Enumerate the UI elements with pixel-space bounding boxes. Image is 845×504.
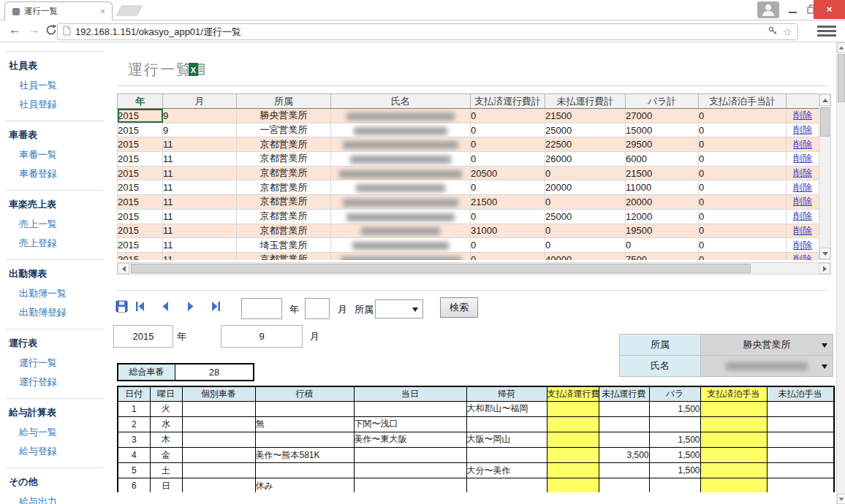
summary-vscrollbar[interactable] bbox=[819, 93, 831, 260]
scroll-left-button[interactable] bbox=[118, 263, 129, 274]
sidebar-item-売上登録[interactable]: 売上登録 bbox=[6, 234, 104, 253]
redacted-name bbox=[356, 184, 445, 192]
forward-icon[interactable]: → bbox=[28, 23, 40, 37]
summary-cell-bara-total: 15000 bbox=[626, 123, 699, 137]
scroll-down-button[interactable] bbox=[837, 494, 845, 504]
sidebar-item-給与出力[interactable]: 給与出力 bbox=[6, 492, 104, 504]
summary-cell-bara-total: 29500 bbox=[626, 137, 699, 152]
detail-header-cell: 個別車番 bbox=[182, 386, 255, 401]
detail-row: 1火大和郡山〜福岡1,500 bbox=[118, 401, 834, 416]
detail-cell: 土 bbox=[150, 463, 182, 478]
sidebar-item-出勤簿一覧[interactable]: 出勤簿一覧 bbox=[6, 284, 104, 303]
sidebar-section-title: 社員表 bbox=[6, 57, 104, 76]
sidebar-item-運行登録[interactable]: 運行登録 bbox=[6, 373, 104, 392]
filter-name-select[interactable] bbox=[701, 356, 833, 376]
page-scrollbar[interactable] bbox=[836, 42, 845, 504]
delete-link[interactable]: 削除 bbox=[793, 240, 812, 251]
sidebar-item-給与一覧[interactable]: 給与一覧 bbox=[6, 423, 104, 442]
delete-link[interactable]: 削除 bbox=[793, 182, 812, 193]
search-dept-select[interactable] bbox=[375, 299, 423, 318]
summary-cell-office: 京都営業所 bbox=[237, 180, 331, 195]
tab-close-icon[interactable]: × bbox=[98, 7, 107, 17]
detail-cell: 木 bbox=[150, 432, 182, 447]
delete-link[interactable]: 削除 bbox=[793, 253, 812, 260]
delete-link[interactable]: 削除 bbox=[793, 225, 812, 236]
window-minimize-button[interactable] bbox=[784, 0, 803, 19]
summary-cell-bara-total: 21500 bbox=[626, 166, 699, 180]
new-tab-button[interactable] bbox=[115, 5, 143, 16]
detail-cell bbox=[700, 401, 767, 416]
sidebar-item-車番一覧[interactable]: 車番一覧 bbox=[6, 145, 104, 164]
save-icon[interactable] bbox=[115, 300, 128, 313]
scroll-down-button[interactable] bbox=[819, 248, 830, 259]
dept-label: 所属 bbox=[355, 303, 374, 316]
back-icon[interactable]: ← bbox=[9, 23, 21, 37]
profile-icon[interactable] bbox=[757, 1, 779, 18]
scroll-thumb[interactable] bbox=[820, 107, 830, 137]
scroll-up-button[interactable] bbox=[819, 94, 830, 106]
url-bar[interactable]: 192.168.1.151/okasyo_app01/運行一覧 ☆ bbox=[57, 23, 798, 40]
summary-cell-lodging-total: 0 bbox=[699, 137, 787, 152]
detail-cell bbox=[547, 401, 599, 416]
chevron-down-icon bbox=[822, 364, 827, 369]
sidebar-item-社員登録[interactable]: 社員登録 bbox=[6, 95, 104, 114]
detail-cell bbox=[700, 432, 767, 447]
search-month-input[interactable] bbox=[305, 298, 330, 319]
filter-dept-select[interactable]: 勝央営業所 bbox=[701, 335, 833, 355]
year-label: 年 bbox=[289, 303, 299, 316]
detail-cell: 休み bbox=[255, 478, 354, 492]
delete-link[interactable]: 削除 bbox=[793, 139, 812, 150]
sidebar-item-出勤簿登録[interactable]: 出勤簿登録 bbox=[6, 303, 104, 322]
tab-unkou-ichiran[interactable]: 運行一覧 × bbox=[4, 1, 113, 20]
summary-hscrollbar[interactable] bbox=[117, 262, 831, 275]
scroll-up-button[interactable] bbox=[837, 42, 845, 53]
summary-cell-paid-total: 0 bbox=[471, 209, 545, 224]
sidebar-item-社員一覧[interactable]: 社員一覧 bbox=[6, 76, 104, 95]
prev-page-icon[interactable] bbox=[159, 300, 172, 313]
detail-cell: 1,500 bbox=[649, 432, 700, 447]
delete-link[interactable]: 削除 bbox=[793, 124, 812, 135]
sidebar-item-給与登録[interactable]: 給与登録 bbox=[6, 442, 104, 461]
summary-cell-unpaid-total: 21500 bbox=[545, 109, 626, 123]
detail-cell: 1,500 bbox=[649, 463, 700, 478]
sidebar-section: 車楽売上表売上一覧売上登録 bbox=[6, 190, 104, 259]
sidebar-item-運行一覧[interactable]: 運行一覧 bbox=[6, 354, 104, 373]
detail-cell: 水 bbox=[150, 416, 182, 432]
summary-cell-month: 11 bbox=[163, 224, 237, 238]
key-icon[interactable] bbox=[768, 26, 778, 38]
search-button[interactable]: 検索 bbox=[440, 297, 478, 318]
detail-cell bbox=[649, 478, 700, 492]
detail-header-cell: 曜日 bbox=[150, 386, 182, 401]
summary-cell-name bbox=[331, 109, 471, 123]
first-page-icon[interactable] bbox=[134, 300, 147, 313]
summary-cell-month: 11 bbox=[163, 137, 237, 152]
next-page-icon[interactable] bbox=[184, 300, 197, 313]
delete-link[interactable]: 削除 bbox=[793, 167, 812, 178]
summary-header-cell bbox=[787, 94, 819, 109]
search-year-input[interactable] bbox=[241, 298, 282, 319]
summary-cell-office: 京都営業所 bbox=[237, 252, 331, 260]
summary-cell-bara-total: 27000 bbox=[626, 109, 699, 123]
summary-cell-paid-total: 21500 bbox=[471, 195, 545, 210]
delete-link[interactable]: 削除 bbox=[793, 196, 812, 207]
delete-link[interactable]: 削除 bbox=[793, 153, 812, 164]
scroll-right-button[interactable] bbox=[819, 263, 830, 274]
detail-cell bbox=[354, 478, 466, 492]
excel-export-icon[interactable]: X bbox=[189, 62, 205, 77]
summary-cell-delete: 削除 bbox=[787, 209, 819, 224]
scroll-thumb[interactable] bbox=[131, 264, 751, 273]
sidebar-item-売上一覧[interactable]: 売上一覧 bbox=[6, 215, 104, 234]
delete-link[interactable]: 削除 bbox=[793, 210, 812, 221]
delete-link[interactable]: 削除 bbox=[793, 110, 812, 121]
detail-cell bbox=[700, 478, 767, 492]
scroll-thumb[interactable] bbox=[838, 54, 845, 102]
sidebar-item-車番登録[interactable]: 車番登録 bbox=[6, 164, 104, 183]
summary-cell-name bbox=[331, 152, 471, 167]
bookmark-star-icon[interactable]: ☆ bbox=[783, 26, 792, 39]
detail-cell bbox=[466, 416, 547, 432]
reload-icon[interactable] bbox=[45, 24, 57, 39]
menu-icon[interactable] bbox=[817, 26, 836, 38]
sidebar-section-title: 給与計算表 bbox=[6, 404, 104, 423]
last-page-icon[interactable] bbox=[209, 300, 221, 313]
window-close-button[interactable]: × bbox=[814, 0, 845, 19]
